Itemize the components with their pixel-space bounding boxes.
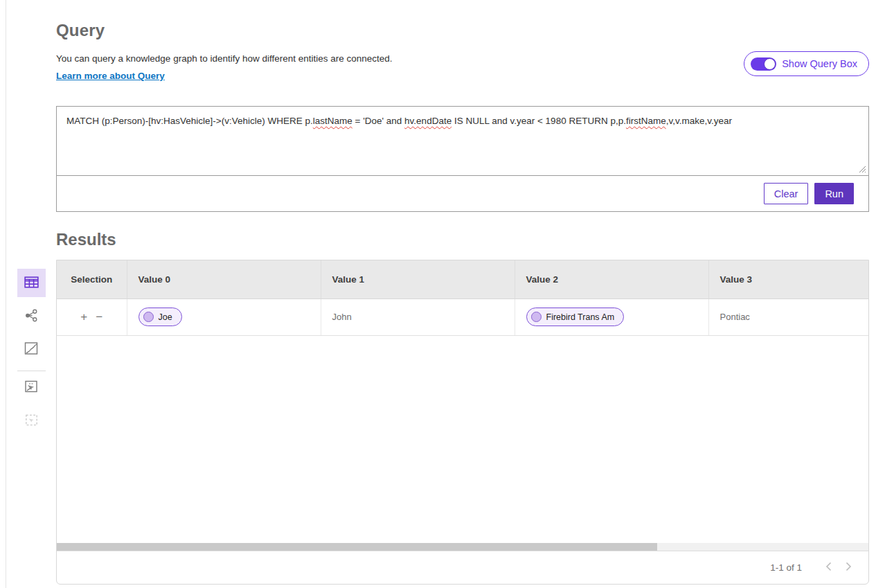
table-icon	[23, 274, 40, 293]
chevron-right-icon[interactable]	[839, 559, 859, 576]
value-cell: Joe	[127, 299, 321, 335]
selection-cell: +−	[57, 299, 127, 335]
query-input[interactable]: MATCH (p:Person)-[hv:HasVehicle]->(v:Veh…	[56, 106, 869, 176]
sidebar-item-selection-tool[interactable]	[17, 407, 46, 435]
query-text-segment: ,v,v.make,v.year	[666, 116, 732, 126]
sidebar-item-table-view[interactable]	[17, 269, 46, 297]
page-title: Query	[56, 21, 869, 40]
show-query-box-toggle[interactable]: Show Query Box	[744, 51, 869, 76]
column-header-value-2: Value 2	[515, 260, 708, 299]
column-header-value-0: Value 0	[127, 260, 321, 299]
sidebar-item-add-to-map[interactable]	[17, 373, 46, 402]
entity-dot-icon	[531, 312, 542, 322]
dashed-selection-icon	[24, 412, 39, 430]
query-text-segment: IS NULL and v.year < 1980 RETURN p,p.	[452, 116, 626, 126]
query-text-segment: = 'Doe' and	[352, 116, 404, 126]
entity-chip[interactable]: Joe	[138, 308, 182, 326]
add-to-selection-button[interactable]: +	[76, 310, 91, 324]
map-icon	[23, 340, 39, 359]
entity-chip[interactable]: Firebird Trans Am	[526, 308, 625, 326]
results-table-container: SelectionValue 0Value 1Value 2Value 3 +−…	[57, 260, 868, 543]
value-cell: Pontiac	[708, 299, 868, 335]
map-selection-icon	[23, 378, 39, 397]
query-text-segment: lastName	[313, 116, 352, 126]
results-table: SelectionValue 0Value 1Value 2Value 3 +−…	[57, 260, 868, 336]
scrollbar-thumb[interactable]	[57, 543, 657, 551]
toggle-switch-icon	[751, 57, 776, 71]
pagination-range: 1-1 of 1	[770, 562, 802, 573]
column-header-value-3: Value 3	[708, 260, 868, 299]
horizontal-scrollbar[interactable]	[57, 543, 868, 551]
resize-handle-icon[interactable]	[858, 165, 866, 173]
column-header-selection: Selection	[57, 260, 127, 299]
results-block: SelectionValue 0Value 1Value 2Value 3 +−…	[56, 260, 869, 585]
remove-from-selection-button[interactable]: −	[91, 310, 107, 324]
toggle-label: Show Query Box	[782, 58, 857, 69]
clear-button[interactable]: Clear	[764, 183, 809, 204]
query-text-segment: hv.endDate	[404, 116, 452, 126]
query-actions-bar: Clear Run	[56, 176, 869, 212]
link-chart-icon	[24, 308, 39, 326]
results-view-toolbar	[6, 269, 56, 440]
toolbar-divider	[17, 371, 46, 371]
run-button[interactable]: Run	[814, 183, 854, 204]
learn-more-link[interactable]: Learn more about Query	[56, 71, 165, 81]
entity-chip-label: Firebird Trans Am	[546, 312, 615, 322]
sidebar-item-link-chart-view[interactable]	[17, 302, 46, 330]
sidebar-item-map-view[interactable]	[17, 335, 46, 364]
main-panel: Query You can query a knowledge graph to…	[56, 0, 869, 585]
results-footer: 1-1 of 1	[57, 551, 868, 584]
value-cell: Firebird Trans Am	[515, 299, 708, 335]
value-cell: John	[321, 299, 515, 335]
table-empty-area	[57, 336, 868, 543]
query-text-segment: firstName	[626, 116, 666, 126]
entity-dot-icon	[143, 312, 154, 322]
query-text-segment: MATCH (p:Person)-[hv:HasVehicle]->(v:Veh…	[66, 116, 313, 126]
column-header-value-1: Value 1	[321, 260, 515, 299]
table-row: +−JoeJohnFirebird Trans AmPontiac	[57, 299, 868, 335]
query-panel: MATCH (p:Person)-[hv:HasVehicle]->(v:Veh…	[56, 106, 869, 212]
results-title: Results	[56, 230, 869, 249]
entity-chip-label: Joe	[159, 312, 172, 322]
chevron-left-icon[interactable]	[819, 559, 839, 576]
